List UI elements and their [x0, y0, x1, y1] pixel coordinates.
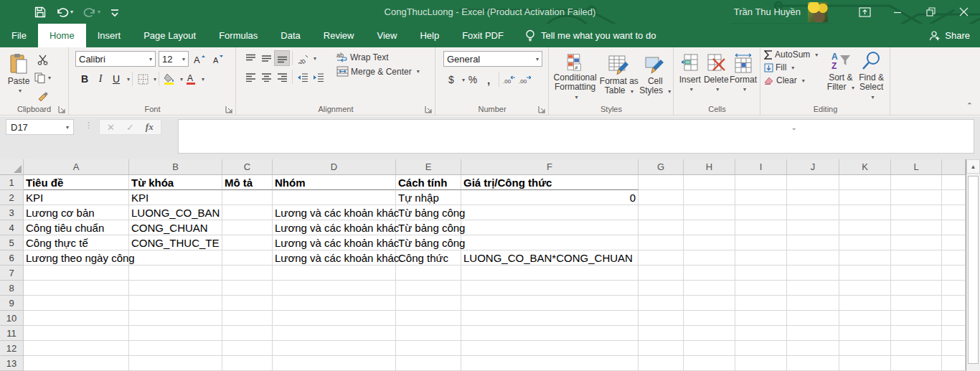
cell-E10[interactable] [396, 311, 461, 326]
conditional-formatting-button[interactable]: ≠ ConditionalFormatting ▾ [551, 49, 599, 102]
sort-filter-button[interactable]: AZ Sort &Filter ▾ [826, 50, 857, 103]
format-table-dropdown-icon[interactable]: ▾ [631, 88, 633, 95]
row-header-3[interactable]: 3 [0, 205, 24, 220]
cell-J2[interactable] [787, 190, 839, 205]
font-name-combobox[interactable]: Calibri▾ [75, 51, 156, 67]
cell-D13[interactable] [273, 356, 396, 371]
undo-dropdown-icon[interactable]: ▾ [70, 9, 73, 15]
cell-L10[interactable] [891, 311, 942, 326]
copy-button[interactable]: ▾ [34, 70, 51, 85]
redo-button[interactable]: ▾ [83, 6, 100, 18]
column-header-A[interactable]: A [24, 159, 129, 175]
cell-C11[interactable] [222, 326, 273, 341]
cell-F5[interactable] [461, 235, 639, 250]
font-size-combobox[interactable]: 12▾ [159, 51, 189, 67]
undo-button[interactable]: ▾ [56, 6, 73, 18]
cell-E4[interactable]: Từ bảng công [396, 220, 461, 235]
cell-F13[interactable] [461, 356, 639, 371]
cell-J6[interactable] [787, 250, 839, 266]
column-header-D[interactable]: D [273, 159, 396, 175]
cell-J1[interactable] [787, 175, 839, 190]
column-header-C[interactable]: C [222, 159, 273, 175]
cell-styles-button[interactable]: CellStyles ▾ [639, 49, 672, 102]
cell-L11[interactable] [891, 326, 942, 341]
cell-E12[interactable] [396, 341, 461, 356]
cell-A12[interactable] [24, 341, 129, 356]
font-color-button[interactable]: A [183, 71, 199, 87]
delete-cells-button[interactable]: Delete ▾ [703, 49, 730, 102]
cell-D7[interactable] [273, 266, 396, 281]
row-header-6[interactable]: 6 [0, 250, 24, 266]
cell-L2[interactable] [891, 190, 942, 205]
top-align-button[interactable] [242, 50, 258, 66]
fill-dropdown-icon[interactable]: ▾ [791, 65, 794, 71]
cell-M1[interactable] [942, 175, 966, 190]
cell-H8[interactable] [684, 281, 735, 296]
italic-button[interactable]: I [93, 71, 108, 87]
format-painter-button[interactable] [34, 88, 51, 103]
tab-view[interactable]: View [365, 24, 408, 47]
cell-C6[interactable] [222, 250, 273, 266]
cell-B12[interactable] [129, 341, 222, 356]
cell-G12[interactable] [639, 341, 684, 356]
cell-F4[interactable] [461, 220, 639, 235]
cell-E9[interactable] [396, 296, 461, 311]
autosum-dropdown-icon[interactable]: ▾ [815, 52, 818, 58]
cell-G4[interactable] [639, 220, 684, 235]
cell-D8[interactable] [273, 281, 396, 296]
cell-C13[interactable] [222, 356, 273, 371]
cell-J4[interactable] [787, 220, 839, 235]
scrollbar-thumb[interactable] [968, 176, 979, 364]
close-button[interactable] [947, 0, 980, 24]
merge-center-dropdown-icon[interactable]: ▾ [417, 68, 420, 75]
cell-F1[interactable]: Giá trị/Công thức [461, 175, 639, 190]
cell-L7[interactable] [891, 266, 942, 281]
cell-E3[interactable]: Từ bảng công [396, 205, 461, 220]
align-right-button[interactable] [274, 69, 290, 85]
cell-D2[interactable] [273, 190, 396, 205]
cell-E1[interactable]: Cách tính [396, 175, 461, 190]
cell-A10[interactable] [24, 311, 129, 326]
font-dialog-launcher[interactable] [225, 105, 233, 113]
cell-F12[interactable] [461, 341, 639, 356]
cell-I8[interactable] [735, 281, 787, 296]
cell-G3[interactable] [639, 205, 684, 220]
cell-A4[interactable]: Công tiêu chuẩn [24, 220, 129, 235]
cell-A9[interactable] [24, 296, 129, 311]
row-header-5[interactable]: 5 [0, 235, 24, 250]
cell-E5[interactable]: Từ bảng công [396, 235, 461, 250]
cell-G2[interactable] [639, 190, 684, 205]
tab-formulas[interactable]: Formulas [207, 24, 269, 47]
cell-L3[interactable] [891, 205, 942, 220]
cell-C5[interactable] [222, 235, 273, 250]
cell-K7[interactable] [839, 266, 891, 281]
align-center-button[interactable] [258, 69, 274, 85]
customize-qat-button[interactable] [110, 7, 119, 17]
column-header-F[interactable]: F [461, 159, 639, 175]
cell-H5[interactable] [684, 235, 735, 250]
cell-L9[interactable] [891, 296, 942, 311]
save-button[interactable] [34, 6, 46, 18]
cell-J3[interactable] [787, 205, 839, 220]
row-header-13[interactable]: 13 [0, 356, 24, 371]
cell-K9[interactable] [839, 296, 891, 311]
cell-A13[interactable] [24, 356, 129, 371]
orientation-button[interactable]: ab [295, 50, 311, 66]
cell-M4[interactable] [942, 220, 966, 235]
cell-M12[interactable] [942, 341, 966, 356]
underline-button[interactable]: U [108, 71, 124, 87]
tab-home[interactable]: Home [38, 24, 86, 47]
cell-H9[interactable] [684, 296, 735, 311]
sort-filter-dropdown-icon[interactable]: ▾ [852, 85, 854, 91]
cell-I1[interactable] [735, 175, 787, 190]
cell-D11[interactable] [273, 326, 396, 341]
cell-K8[interactable] [839, 281, 891, 296]
cell-M10[interactable] [942, 311, 966, 326]
format-as-table-button[interactable]: Format asTable ▾ [599, 49, 639, 102]
tab-data[interactable]: Data [269, 24, 311, 47]
cell-E7[interactable] [396, 266, 461, 281]
cell-B13[interactable] [129, 356, 222, 371]
conditional-dropdown-icon[interactable]: ▾ [575, 94, 578, 100]
cell-C1[interactable]: Mô tả [222, 175, 273, 190]
cell-C7[interactable] [222, 266, 273, 281]
